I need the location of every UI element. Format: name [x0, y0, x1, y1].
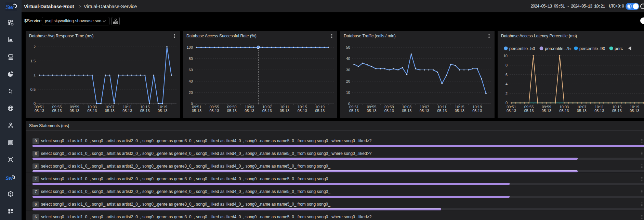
svg-text:10:07: 10:07 [577, 105, 587, 109]
svg-text:05-13: 05-13 [367, 109, 376, 113]
svg-text:w: w [9, 4, 14, 11]
svg-text:05-13: 05-13 [70, 109, 79, 113]
svg-text:05-13: 05-13 [577, 109, 587, 113]
svg-text:09:59: 09:59 [542, 105, 551, 109]
svg-text:05-13: 05-13 [52, 109, 62, 113]
svg-text:05-13: 05-13 [298, 109, 307, 113]
svg-text:30: 30 [346, 68, 350, 72]
svg-text:09:51: 09:51 [192, 105, 201, 109]
svg-text:8: 8 [505, 63, 508, 67]
svg-text:05-13: 05-13 [420, 109, 429, 113]
svg-text:10:19: 10:19 [158, 105, 168, 109]
svg-text:09:55: 09:55 [210, 105, 219, 109]
svg-text:10:19: 10:19 [630, 105, 640, 109]
svg-text:09:55: 09:55 [367, 105, 377, 109]
svg-text:percentile=50: percentile=50 [509, 46, 535, 51]
svg-text:05-13: 05-13 [437, 109, 447, 113]
svg-text:10:11: 10:11 [595, 105, 604, 109]
svg-text:10:03: 10:03 [560, 105, 569, 109]
svg-text:10:07: 10:07 [420, 105, 429, 109]
svg-text:05-13: 05-13 [158, 109, 167, 113]
svg-text:09:59: 09:59 [70, 105, 79, 109]
svg-text:10:11: 10:11 [123, 105, 132, 109]
svg-text:10: 10 [503, 54, 508, 58]
svg-text:05-13: 05-13 [140, 109, 150, 113]
svg-text:10:03: 10:03 [88, 105, 97, 109]
svg-text:1.5: 1.5 [30, 59, 36, 63]
svg-text:05-13: 05-13 [402, 109, 411, 113]
svg-text:05-13: 05-13 [507, 109, 516, 113]
svg-text:05-13: 05-13 [455, 109, 464, 113]
svg-text:09:51: 09:51 [507, 105, 516, 109]
svg-text:05-13: 05-13 [524, 109, 534, 113]
svg-text:percentile=75: percentile=75 [545, 46, 570, 51]
svg-text:10:07: 10:07 [262, 105, 272, 109]
svg-text:4: 4 [505, 82, 508, 86]
svg-text:05-13: 05-13 [542, 109, 551, 113]
svg-text:10:19: 10:19 [473, 105, 482, 109]
svg-text:09:55: 09:55 [524, 105, 534, 109]
svg-text:05-13: 05-13 [87, 109, 97, 113]
svg-text:09:59: 09:59 [384, 105, 394, 109]
svg-text:10:15: 10:15 [455, 105, 464, 109]
svg-text:40: 40 [189, 79, 193, 83]
svg-text:05-13: 05-13 [209, 109, 219, 113]
svg-text:05-13: 05-13 [280, 109, 289, 113]
svg-text:05-13: 05-13 [245, 109, 254, 113]
svg-text:50: 50 [346, 45, 350, 49]
svg-text:2: 2 [34, 45, 36, 49]
svg-text:10:03: 10:03 [245, 105, 254, 109]
svg-text:0.5: 0.5 [30, 87, 36, 91]
svg-text:05-13: 05-13 [192, 109, 201, 113]
svg-text:05-13: 05-13 [122, 109, 132, 113]
svg-text:20: 20 [189, 90, 193, 95]
svg-text:10:11: 10:11 [437, 105, 447, 109]
svg-text:80: 80 [189, 57, 193, 61]
svg-text:100: 100 [187, 45, 193, 49]
svg-text:1: 1 [34, 73, 36, 77]
svg-text:2: 2 [505, 91, 508, 96]
svg-text:05-13: 05-13 [349, 109, 359, 113]
svg-text:6: 6 [505, 73, 508, 77]
svg-text:perc: perc [615, 46, 623, 51]
svg-text:09:51: 09:51 [35, 105, 44, 109]
svg-text:percentile=90: percentile=90 [579, 46, 605, 51]
svg-text:10: 10 [346, 90, 350, 95]
svg-text:10:07: 10:07 [105, 105, 115, 109]
svg-text:05-13: 05-13 [262, 109, 272, 113]
svg-text:05-13: 05-13 [630, 109, 639, 113]
svg-text:05-13: 05-13 [384, 109, 394, 113]
svg-text:10:11: 10:11 [280, 105, 289, 109]
svg-text:05-13: 05-13 [594, 109, 604, 113]
svg-text:20: 20 [346, 79, 350, 83]
svg-text:60: 60 [189, 68, 193, 72]
svg-text:10:19: 10:19 [315, 105, 325, 109]
svg-text:10:15: 10:15 [612, 105, 622, 109]
svg-text:Sw: Sw [5, 175, 13, 181]
svg-text:10:15: 10:15 [140, 105, 150, 109]
svg-text:09:59: 09:59 [227, 105, 237, 109]
svg-text:05-13: 05-13 [315, 109, 325, 113]
svg-text:05-13: 05-13 [612, 109, 622, 113]
svg-text:05-13: 05-13 [105, 109, 115, 113]
svg-text:05-13: 05-13 [35, 109, 44, 113]
svg-text:05-13: 05-13 [227, 109, 237, 113]
svg-text:40: 40 [346, 57, 350, 61]
svg-text:05-13: 05-13 [472, 109, 482, 113]
svg-text:09:55: 09:55 [52, 105, 62, 109]
svg-text:10:03: 10:03 [402, 105, 412, 109]
svg-text:10:15: 10:15 [298, 105, 307, 109]
svg-text:09:51: 09:51 [349, 105, 359, 109]
svg-text:05-13: 05-13 [559, 109, 569, 113]
